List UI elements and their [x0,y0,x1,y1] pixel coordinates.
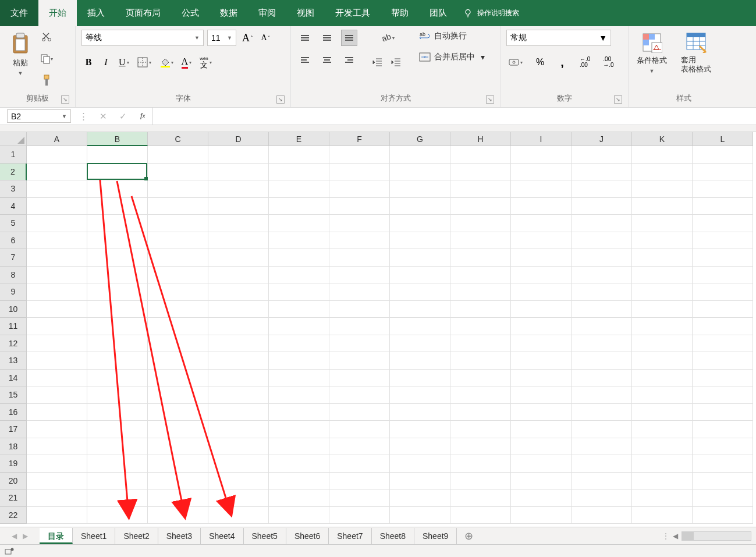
cell[interactable] [390,180,450,198]
cell[interactable] [390,301,450,318]
name-box[interactable]: B2▼ [7,109,71,123]
cell[interactable] [693,164,753,181]
accounting-format-button[interactable]: ▾ [506,54,525,70]
row-header-22[interactable]: 22 [0,507,27,524]
cell[interactable] [390,335,450,353]
cell[interactable] [329,335,390,353]
cell[interactable] [693,352,753,370]
cell[interactable] [693,473,753,490]
font-size-combo[interactable]: 11▼ [207,30,236,46]
cell[interactable] [27,215,87,232]
cell[interactable] [632,164,693,181]
comma-button[interactable]: , [555,54,569,70]
cell[interactable] [148,489,208,507]
cell[interactable] [87,180,148,198]
cell[interactable] [148,455,208,473]
cell[interactable] [87,283,148,301]
cell[interactable] [511,335,572,353]
cell[interactable] [27,352,87,370]
cell[interactable] [693,301,753,318]
cell[interactable] [390,489,450,507]
cell[interactable] [87,473,148,490]
cell[interactable] [208,215,269,232]
cell[interactable] [450,507,511,524]
cell[interactable] [269,455,329,473]
cell[interactable] [269,283,329,301]
cell[interactable] [87,404,148,421]
cell[interactable] [450,301,511,318]
cell[interactable] [632,421,693,438]
cell[interactable] [87,146,148,164]
ribbon-tab-home[interactable]: 开始 [38,0,77,26]
column-header-A[interactable]: A [27,132,87,146]
cut-button[interactable] [40,30,54,44]
row-header-12[interactable]: 12 [0,335,27,353]
cell[interactable] [208,267,269,284]
cell[interactable] [572,301,632,318]
cell[interactable] [632,249,693,267]
cell[interactable] [148,146,208,164]
cell[interactable] [450,180,511,198]
row-header-3[interactable]: 3 [0,180,27,198]
cell[interactable] [329,249,390,267]
cell[interactable] [208,335,269,353]
cell[interactable] [572,232,632,250]
align-left-button[interactable] [297,52,313,68]
row-header-21[interactable]: 21 [0,489,27,507]
cell[interactable] [269,146,329,164]
ribbon-tab-view[interactable]: 视图 [286,0,325,26]
cell[interactable] [329,180,390,198]
ribbon-tab-file[interactable]: 文件 [0,0,38,26]
cell[interactable] [390,455,450,473]
cell[interactable] [269,249,329,267]
cell[interactable] [693,335,753,353]
cell[interactable] [87,249,148,267]
sheet-tab-Sheet8[interactable]: Sheet8 [372,528,414,544]
cell[interactable] [511,489,572,507]
cell[interactable] [572,455,632,473]
cell[interactable] [390,421,450,438]
format-painter-button[interactable] [40,74,54,88]
cell[interactable] [632,370,693,387]
cell[interactable] [148,335,208,353]
cell[interactable] [632,180,693,198]
cell[interactable] [511,507,572,524]
sheet-tab-目录[interactable]: 目录 [40,528,73,544]
cell[interactable] [269,421,329,438]
cell[interactable] [148,438,208,456]
cell[interactable] [208,301,269,318]
align-bottom-button[interactable] [341,30,357,46]
cell[interactable] [390,507,450,524]
cell[interactable] [148,473,208,490]
cell[interactable] [632,146,693,164]
borders-button[interactable]: ▾ [135,54,154,70]
column-header-K[interactable]: K [632,132,693,146]
increase-decimal-button[interactable]: ←.0.00 [577,54,592,70]
cell[interactable] [693,438,753,456]
increase-indent-button[interactable] [389,54,404,70]
cell[interactable] [572,370,632,387]
tell-me-search[interactable]: 操作说明搜索 [463,0,519,26]
cell[interactable] [329,267,390,284]
cell[interactable] [148,198,208,215]
font-color-button[interactable]: A▾ [179,54,194,70]
italic-button[interactable]: I [99,54,113,70]
cell[interactable] [329,146,390,164]
cell[interactable] [511,249,572,267]
cell[interactable] [693,404,753,421]
cell[interactable] [87,335,148,353]
cell[interactable] [329,283,390,301]
cell[interactable] [511,232,572,250]
paste-button[interactable]: 粘贴 ▼ [6,30,35,79]
row-header-8[interactable]: 8 [0,267,27,284]
sheet-tab-Sheet7[interactable]: Sheet7 [329,528,371,544]
cell[interactable] [208,283,269,301]
cell[interactable] [148,404,208,421]
cell[interactable] [450,370,511,387]
cell[interactable] [269,301,329,318]
cell[interactable] [572,507,632,524]
cell[interactable] [450,232,511,250]
sheet-tab-Sheet5[interactable]: Sheet5 [244,528,286,544]
ribbon-tab-review[interactable]: 审阅 [248,0,286,26]
row-header-5[interactable]: 5 [0,215,27,232]
